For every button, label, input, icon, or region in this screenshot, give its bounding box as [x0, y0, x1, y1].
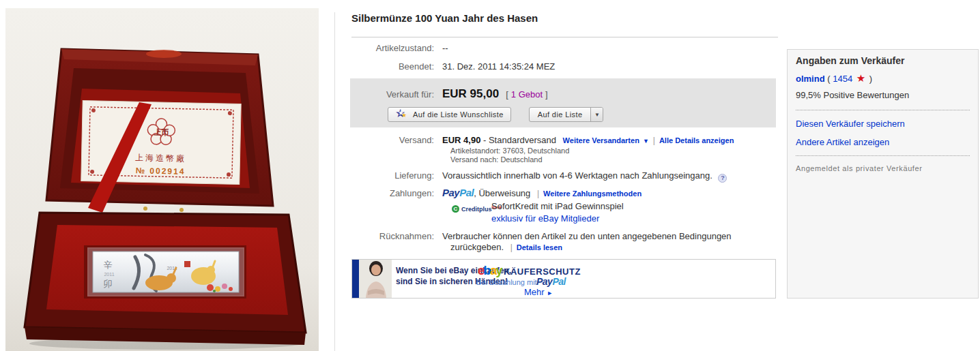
ebay-letter-y: y — [496, 264, 502, 277]
ended-value: 31. Dez. 2011 14:35:24 MEZ — [442, 61, 555, 72]
item-title: Silbermünze 100 Yuan Jahr des Hasen — [351, 12, 781, 24]
more-shipping-link[interactable]: Weitere Versandarten — [563, 136, 639, 144]
shipping-value: EUR 4,90 - Standardversand Weitere Versa… — [442, 135, 734, 145]
positive-feedback-text: 99,5% Positive Bewertungen — [796, 90, 970, 100]
bar-character-bottom: 卯 — [104, 279, 113, 289]
sold-label: Verkauft für: — [351, 89, 442, 100]
save-seller-link[interactable]: Diesen Verkäufer speichern — [796, 119, 970, 129]
seller-identity: olmind ( 1454 ★ ) — [796, 72, 970, 85]
more-payments-link[interactable]: Weitere Zahlungsmethoden — [543, 189, 642, 198]
add-to-list-label: Auf die Liste — [530, 108, 591, 121]
payments-pipe: | — [537, 189, 539, 198]
help-icon[interactable]: ? — [718, 174, 727, 183]
ships-to: Versand nach: Deutschland — [450, 155, 543, 164]
shipping-price: EUR 4,90 — [442, 135, 480, 145]
seller-paren-close: ) — [869, 74, 872, 84]
returns-line2-text: zurückgeben. — [450, 242, 504, 252]
seller-panel: Angaben zum Verkäufer olmind ( 1454 ★ ) … — [787, 49, 979, 299]
returns-pipe: | — [510, 243, 513, 252]
bar-character-top: 辛 — [104, 260, 113, 270]
item-location: Artikelstandort: 37603, Deutschland — [450, 147, 569, 155]
shipping-row: Versand: EUR 4,90 - Standardversand Weit… — [351, 135, 788, 145]
banner-paypal-pal: Pal — [552, 276, 566, 287]
credit-offer-link[interactable]: exklusiv für eBay Mitglieder — [491, 213, 599, 224]
returns-row: Rücknahmen: Verbraucher können den Artik… — [351, 231, 788, 241]
credit-offer-line: SofortKredit mit iPad Gewinnspiel — [491, 201, 624, 211]
add-to-list-split-button[interactable]: Auf die Liste ▼ — [529, 107, 604, 122]
banner-more-text: Mehr — [524, 287, 545, 297]
ebay-logo: ebay — [478, 264, 502, 278]
chevron-down-icon[interactable]: ▼ — [590, 108, 603, 121]
add-to-wishlist-button[interactable]: ★ ★ ★ Auf die Liste Wunschliste — [388, 107, 511, 122]
bid-bracket-open: [ — [506, 89, 508, 100]
panel-divider-1 — [796, 110, 970, 110]
product-photo[interactable]: 上币 上海造幣廠 № 002914 辛 2011 卯 2011 — [5, 8, 319, 351]
creditplus-c-icon: C — [452, 205, 459, 213]
ended-row: Beendet: 31. Dez. 2011 14:35:24 MEZ — [351, 61, 778, 72]
creditplus-text: Creditplus — [461, 206, 492, 213]
buyer-protection-title: KÄUFERSCHUTZ — [504, 266, 581, 277]
seller-paren-open: ( — [827, 74, 830, 84]
bid-bracket-close: ] — [545, 89, 548, 100]
silver-bar: 辛 2011 卯 2011 — [88, 248, 244, 296]
bar-year: 2011 — [104, 272, 114, 277]
certificate-mint-name: 上海造幣廠 — [135, 153, 186, 164]
delivery-text: Voraussichtlich innerhalb von 4-6 Werkta… — [442, 170, 727, 183]
sold-price: EUR 95,00 — [442, 87, 499, 101]
returns-line2: zurückgeben. |Details lesen — [450, 242, 562, 252]
paypal-pay: Pay — [442, 187, 459, 198]
sold-row: Verkauft für: EUR 95,00 [1 Gebot] — [351, 87, 768, 101]
banner-more-link[interactable]: Mehr ► — [524, 287, 553, 297]
star-glyph-yellow: ★ — [401, 112, 407, 119]
delivery-row: Lieferung: Voraussichtlich innerhalb von… — [351, 170, 788, 183]
payments-label: Zahlungen: — [351, 188, 442, 198]
bid-count-link[interactable]: 1 Gebot — [511, 89, 543, 100]
title-divider — [351, 37, 778, 37]
ebay-letter-a: a — [490, 264, 496, 277]
panel-divider-2 — [796, 155, 970, 156]
delivery-estimate: Voraussichtlich innerhalb von 4-6 Werkta… — [442, 170, 712, 181]
banner-stripe — [352, 260, 359, 298]
seller-name-link[interactable]: olmind — [796, 74, 825, 84]
shipping-label: Versand: — [351, 135, 442, 145]
delivery-label: Lieferung: — [351, 170, 442, 181]
payments-row: Zahlungen: PayPal, Überweisung |Weitere … — [351, 187, 788, 198]
product-photo-drawing: 上币 上海造幣廠 № 002914 辛 2011 卯 2011 — [5, 8, 319, 351]
watchlist-star-icon: ★ ★ ★ — [395, 108, 409, 121]
banner-paypal-logo: PayPal — [536, 276, 566, 287]
paypal-pal: Pal — [459, 187, 474, 198]
returns-line1: Verbraucher können den Artikel zu den un… — [442, 231, 732, 241]
sold-box: Verkauft für: EUR 95,00 [1 Gebot] ★ ★ ★ … — [350, 78, 776, 127]
shipping-pipe: | — [653, 136, 655, 145]
mint-logo-glyph: 上币 — [153, 128, 169, 136]
payment-methods: , Überweisung — [474, 188, 530, 198]
banner-woman-photo — [359, 260, 392, 298]
ended-label: Beendet: — [351, 61, 442, 72]
seller-panel-title: Angaben zum Verkäufer — [796, 55, 970, 66]
returns-label: Rücknahmen: — [351, 231, 442, 241]
other-items-link[interactable]: Andere Artikel anzeigen — [796, 137, 970, 147]
shipping-dropdown-icon[interactable]: ▼ — [643, 138, 649, 144]
buyer-protection-banner[interactable]: Wenn Sie bei eBay einkaufen, sind Sie in… — [351, 259, 776, 299]
condition-row: Artikelzustand: -- — [351, 43, 778, 53]
condition-label: Artikelzustand: — [351, 43, 442, 53]
certificate-serial-number: № 002914 — [136, 166, 186, 177]
feedback-star-icon: ★ — [856, 72, 865, 84]
ebay-letter-e: e — [478, 264, 484, 277]
registered-as-text: Angemeldet als privater Verkäufer — [796, 164, 970, 172]
payments-value: PayPal, Überweisung |Weitere Zahlungsmet… — [442, 187, 642, 198]
banner-subtext: Bei Bezahlung mit — [476, 278, 537, 286]
all-details-link[interactable]: Alle Details anzeigen — [659, 136, 734, 144]
bid-count: [1 Gebot] — [506, 89, 548, 100]
content-divider — [334, 12, 335, 351]
condition-value: -- — [442, 43, 448, 53]
shipping-method: - Standardversand — [483, 135, 556, 145]
certificate: 上币 上海造幣廠 № 002914 — [81, 101, 241, 185]
banner-paypal-pay: Pay — [536, 276, 552, 287]
seller-score-link[interactable]: 1454 — [833, 74, 852, 84]
wishlist-button-label: Auf die Liste Wunschliste — [413, 110, 504, 119]
read-details-link[interactable]: Details lesen — [517, 243, 562, 251]
paypal-logo: PayPal — [442, 187, 474, 198]
ebay-letter-b: b — [484, 264, 491, 277]
banner-more-arrow-icon: ► — [547, 290, 553, 296]
